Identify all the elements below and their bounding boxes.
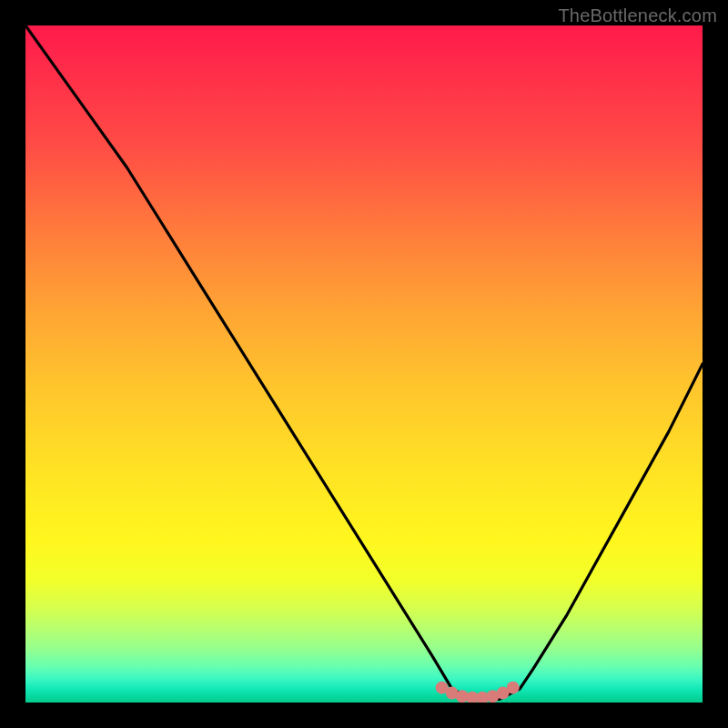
plot-area (25, 25, 703, 703)
chart-svg (25, 25, 703, 703)
minimum-marker (507, 682, 520, 694)
chart-frame: TheBottleneck.com (0, 0, 728, 728)
curve-path (25, 25, 703, 699)
bottleneck-curve (25, 25, 703, 699)
watermark-text: TheBottleneck.com (558, 5, 717, 26)
